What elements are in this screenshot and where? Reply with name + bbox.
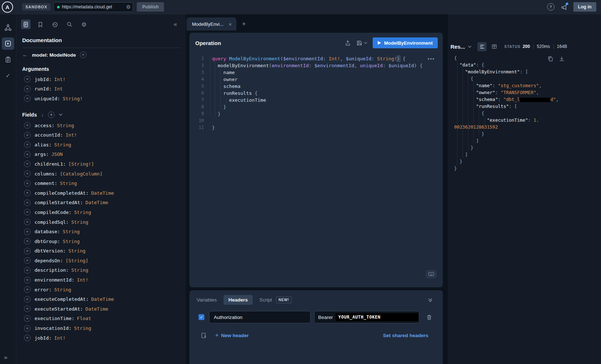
tab-script[interactable]: Script — [260, 297, 272, 303]
field-type[interactable]: [CatalogColumn] — [60, 171, 103, 177]
bookmarks-tab[interactable] — [36, 20, 45, 29]
add-to-operation-icon[interactable]: + — [24, 277, 31, 283]
add-to-operation-icon[interactable]: + — [24, 95, 31, 102]
field-name[interactable]: dbtGroup: — [35, 239, 60, 244]
doc-field-row[interactable]: + executeCompletedAt: DateTime — [16, 294, 186, 304]
doc-field-row[interactable]: + error: String — [16, 285, 186, 295]
set-shared-headers-link[interactable]: Set shared headers — [383, 333, 428, 338]
field-name[interactable]: executeStartedAt: — [35, 306, 83, 312]
add-to-operation-icon[interactable]: + — [24, 315, 31, 322]
collapse-bottom-panel-icon[interactable] — [428, 298, 433, 302]
raw-view-toggle[interactable] — [477, 42, 486, 51]
field-name[interactable]: access: — [35, 123, 55, 128]
field-name[interactable]: accountId: — [35, 132, 63, 138]
editor-code-line[interactable]: 8 } — [189, 104, 443, 110]
header-enabled-checkbox[interactable]: ✓ — [199, 314, 204, 320]
add-to-operation-icon[interactable]: + — [24, 228, 31, 235]
editor-code-line[interactable]: 6 runResults { — [189, 90, 443, 97]
doc-argument-row[interactable]: + uniqueId: String! — [16, 94, 186, 104]
field-name[interactable]: invocationId: — [35, 325, 72, 331]
add-to-operation-icon[interactable]: + — [24, 335, 31, 341]
field-name[interactable]: uniqueId: — [35, 96, 60, 101]
add-model-icon[interactable]: + — [80, 52, 87, 58]
header-value-input[interactable]: Bearer YOUR_AUTH_TOKEN — [314, 311, 420, 323]
add-to-operation-icon[interactable]: + — [24, 161, 31, 167]
settings-tab[interactable]: ⚙ — [79, 20, 89, 29]
close-tab-icon[interactable]: × — [229, 21, 232, 27]
announcements-icon[interactable] — [561, 4, 567, 10]
chevron-down-icon[interactable] — [59, 113, 63, 116]
field-name[interactable]: args: — [35, 151, 49, 157]
field-type[interactable]: DateTime — [91, 296, 114, 302]
doc-field-row[interactable]: + compiledSql: String — [16, 217, 186, 227]
editor-code-line[interactable]: 3 name — [189, 69, 443, 76]
response-panel-title[interactable]: Res... — [450, 44, 465, 50]
field-name[interactable]: jobId: — [35, 77, 52, 82]
add-to-operation-icon[interactable]: + — [24, 296, 31, 303]
editor-code-line[interactable]: 2 modelByEnvironment(environmentId: $env… — [189, 62, 443, 69]
field-name[interactable]: runId: — [35, 86, 52, 92]
share-operation-icon[interactable] — [345, 40, 351, 46]
table-view-toggle[interactable] — [490, 42, 499, 51]
add-to-operation-icon[interactable]: + — [24, 209, 31, 215]
doc-field-row[interactable]: + jobId: Int! — [16, 333, 186, 343]
field-type[interactable]: String — [54, 287, 71, 292]
add-to-operation-icon[interactable]: + — [24, 325, 31, 332]
endpoint-input[interactable]: https://metadata.cloud.get ⚙ — [53, 2, 133, 12]
doc-field-row[interactable]: + columns: [CatalogColumn] — [16, 169, 186, 179]
doc-field-row[interactable]: + environmentId: Int! — [16, 275, 186, 285]
field-type[interactable]: Int! — [54, 77, 65, 82]
field-name[interactable]: childrenL1: — [35, 161, 66, 167]
operation-tab[interactable]: ModelByEnvi... × — [187, 17, 236, 31]
doc-field-row[interactable]: + access: String — [16, 121, 186, 130]
field-name[interactable]: executionTime: — [35, 316, 75, 321]
editor-code-line[interactable]: 11} — [189, 124, 443, 131]
add-to-operation-icon[interactable]: + — [24, 141, 31, 148]
endpoint-settings-icon[interactable]: ⚙ — [126, 4, 131, 10]
doc-field-row[interactable]: + database: String — [16, 227, 186, 236]
field-type[interactable]: String — [54, 142, 71, 147]
field-type[interactable]: JSON — [51, 151, 63, 157]
add-to-operation-icon[interactable]: + — [24, 190, 31, 196]
editor-code-line[interactable]: 9 } — [189, 110, 443, 117]
add-to-operation-icon[interactable]: + — [24, 132, 31, 138]
doc-field-row[interactable]: + executeStartedAt: DateTime — [16, 304, 186, 314]
doc-field-row[interactable]: + comment: String — [16, 178, 186, 188]
response-json-viewer[interactable]: { "data": { "modelByEnvironment": [ { "n… — [448, 54, 601, 172]
field-name[interactable]: dependsOn: — [35, 258, 63, 263]
checklist-icon[interactable] — [5, 56, 11, 63]
field-name[interactable]: comment: — [35, 181, 57, 186]
sort-fields-icon[interactable]: ↓ — [41, 112, 44, 117]
field-type[interactable]: String — [63, 239, 80, 244]
doc-argument-row[interactable]: + jobId: Int! — [16, 74, 186, 84]
field-type[interactable]: Int — [54, 86, 63, 92]
keyboard-shortcuts-icon[interactable] — [426, 270, 436, 278]
doc-field-row[interactable]: + accountId: Int! — [16, 130, 186, 140]
add-to-operation-icon[interactable]: + — [24, 76, 31, 82]
search-tab[interactable] — [65, 20, 74, 29]
editor-menu-icon[interactable]: ••• — [428, 56, 435, 61]
back-icon[interactable]: ← — [22, 52, 28, 58]
field-type[interactable]: String — [63, 229, 80, 234]
operation-code-editor[interactable]: 1query ModelByEnvironment($environmentId… — [189, 52, 443, 131]
field-name[interactable]: database: — [35, 229, 60, 234]
add-to-operation-icon[interactable]: + — [24, 86, 31, 92]
field-name[interactable]: jobId: — [35, 335, 52, 341]
add-to-operation-icon[interactable]: + — [24, 170, 31, 177]
new-tab-icon[interactable]: + — [242, 21, 246, 27]
field-type[interactable]: String — [68, 248, 85, 254]
field-type[interactable]: [String!] — [68, 161, 94, 167]
add-to-operation-icon[interactable]: + — [24, 248, 31, 254]
editor-code-line[interactable]: 10 — [189, 117, 443, 124]
add-to-operation-icon[interactable]: + — [24, 180, 31, 187]
doc-field-row[interactable]: + alias: String — [16, 140, 186, 150]
doc-field-row[interactable]: + dbtVersion: String — [16, 246, 186, 256]
delete-header-icon[interactable] — [426, 314, 432, 320]
field-type[interactable]: DateTime — [85, 306, 108, 312]
field-type[interactable]: String — [71, 267, 88, 273]
add-all-fields-icon[interactable]: + — [48, 112, 55, 118]
field-name[interactable]: compiledSql: — [35, 219, 69, 225]
field-type[interactable]: Int! — [77, 277, 88, 283]
add-to-operation-icon[interactable]: + — [24, 238, 31, 244]
history-tab[interactable] — [50, 20, 60, 29]
